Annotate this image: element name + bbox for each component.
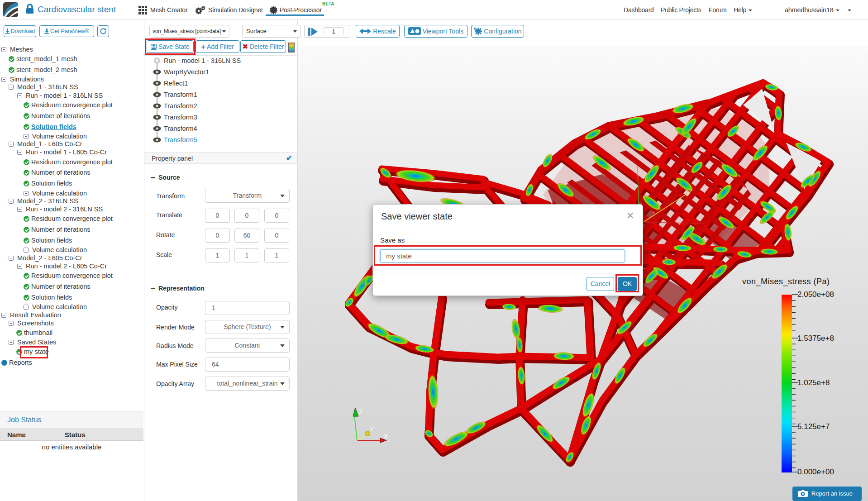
svg-text:Y: Y: [370, 425, 374, 433]
svg-text:X: X: [384, 433, 388, 440]
svg-text:Z: Z: [359, 408, 363, 415]
